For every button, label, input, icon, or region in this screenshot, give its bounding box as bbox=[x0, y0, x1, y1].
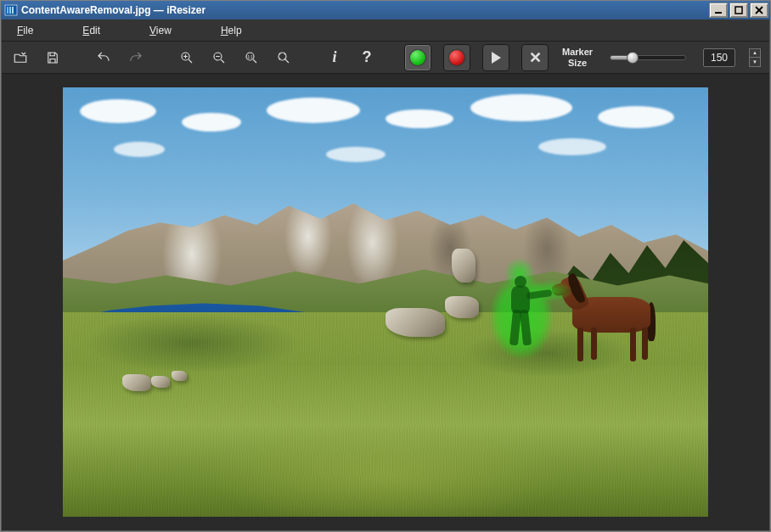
image-rock bbox=[445, 296, 479, 318]
image-rock bbox=[151, 376, 170, 388]
window-title: ContentAwareRemoval.jpg — iResizer bbox=[21, 4, 205, 16]
help-button[interactable]: ? bbox=[357, 48, 377, 68]
workspace: File Edit View Help bbox=[1, 20, 770, 531]
svg-line-19 bbox=[285, 59, 289, 63]
close-button[interactable] bbox=[750, 3, 768, 18]
svg-line-13 bbox=[221, 59, 224, 63]
info-button[interactable]: i bbox=[324, 48, 345, 68]
app-window: ContentAwareRemoval.jpg — iResizer File … bbox=[0, 0, 771, 532]
image-person-masked bbox=[499, 276, 543, 354]
toolbar: 1:1 i ? ✕ bbox=[2, 42, 769, 74]
image-canvas[interactable] bbox=[63, 87, 708, 517]
help-icon: ? bbox=[363, 48, 372, 66]
svg-text:1:1: 1:1 bbox=[248, 54, 254, 59]
titlebar: ContentAwareRemoval.jpg — iResizer bbox=[1, 1, 770, 20]
slider-thumb[interactable] bbox=[627, 52, 639, 64]
app-icon bbox=[4, 3, 18, 17]
marker-size-spinner: ▲ ▼ bbox=[749, 48, 761, 67]
image-cloud bbox=[80, 99, 156, 123]
menu-file-rest: ile bbox=[23, 25, 33, 36]
canvas-area bbox=[2, 74, 769, 530]
svg-rect-5 bbox=[735, 7, 742, 14]
zoom-out-icon bbox=[211, 50, 227, 65]
image-cloud bbox=[386, 109, 453, 128]
menu-view[interactable]: View bbox=[141, 22, 180, 39]
red-marker-button[interactable] bbox=[443, 44, 470, 71]
zoom-actual-button[interactable]: 1:1 bbox=[241, 48, 262, 68]
svg-rect-3 bbox=[12, 7, 14, 14]
image-cloud bbox=[538, 138, 606, 155]
menu-file[interactable]: File bbox=[8, 22, 42, 39]
svg-rect-2 bbox=[9, 7, 11, 14]
image-cloud bbox=[182, 113, 241, 132]
menubar: File Edit View Help bbox=[2, 20, 769, 42]
zoom-fit-button[interactable] bbox=[273, 48, 294, 68]
undo-icon bbox=[96, 50, 111, 65]
maximize-button[interactable] bbox=[729, 3, 748, 18]
minimize-button[interactable] bbox=[709, 3, 728, 18]
image-cloud bbox=[267, 98, 360, 123]
red-marker-icon bbox=[449, 50, 464, 65]
image-rock bbox=[452, 249, 476, 283]
zoom-in-icon bbox=[179, 50, 194, 65]
image-rock bbox=[172, 371, 187, 381]
image-horse bbox=[555, 270, 674, 363]
image-cloud bbox=[326, 147, 386, 162]
zoom-actual-icon: 1:1 bbox=[244, 50, 259, 65]
zoom-in-button[interactable] bbox=[177, 48, 197, 68]
redo-button[interactable] bbox=[126, 48, 146, 68]
zoom-fit-icon bbox=[276, 50, 291, 65]
folder-open-icon bbox=[13, 50, 28, 65]
save-icon bbox=[45, 50, 60, 65]
undo-button[interactable] bbox=[93, 48, 114, 68]
marker-size-label: Marker Size bbox=[562, 47, 593, 68]
menu-help-rest: elp bbox=[228, 25, 242, 36]
image-cloud bbox=[598, 106, 674, 128]
svg-line-9 bbox=[189, 59, 192, 63]
image-rock bbox=[122, 374, 151, 391]
slider-track bbox=[610, 55, 686, 60]
menu-help[interactable]: Help bbox=[212, 22, 250, 39]
spinner-up[interactable]: ▲ bbox=[749, 48, 761, 58]
green-marker-icon bbox=[410, 50, 425, 65]
zoom-out-button[interactable] bbox=[209, 48, 229, 68]
save-button[interactable] bbox=[42, 48, 63, 68]
image-rock bbox=[386, 308, 445, 337]
info-icon: i bbox=[332, 48, 336, 66]
svg-line-16 bbox=[253, 59, 256, 63]
menu-view-rest: iew bbox=[156, 25, 172, 36]
open-button[interactable] bbox=[10, 48, 31, 68]
marker-size-slider[interactable] bbox=[610, 50, 686, 65]
spinner-down[interactable]: ▼ bbox=[749, 57, 761, 67]
green-marker-button[interactable] bbox=[404, 44, 431, 71]
clear-icon: ✕ bbox=[529, 50, 542, 65]
image-cloud bbox=[470, 94, 572, 121]
menu-edit[interactable]: Edit bbox=[74, 22, 109, 39]
play-icon bbox=[492, 52, 501, 64]
marker-size-input[interactable] bbox=[703, 48, 735, 67]
clear-button[interactable]: ✕ bbox=[521, 44, 549, 71]
svg-rect-1 bbox=[7, 7, 8, 14]
image-cloud bbox=[114, 142, 165, 157]
run-button[interactable] bbox=[482, 44, 509, 71]
redo-icon bbox=[128, 50, 144, 65]
menu-edit-rest: dit bbox=[89, 25, 100, 36]
